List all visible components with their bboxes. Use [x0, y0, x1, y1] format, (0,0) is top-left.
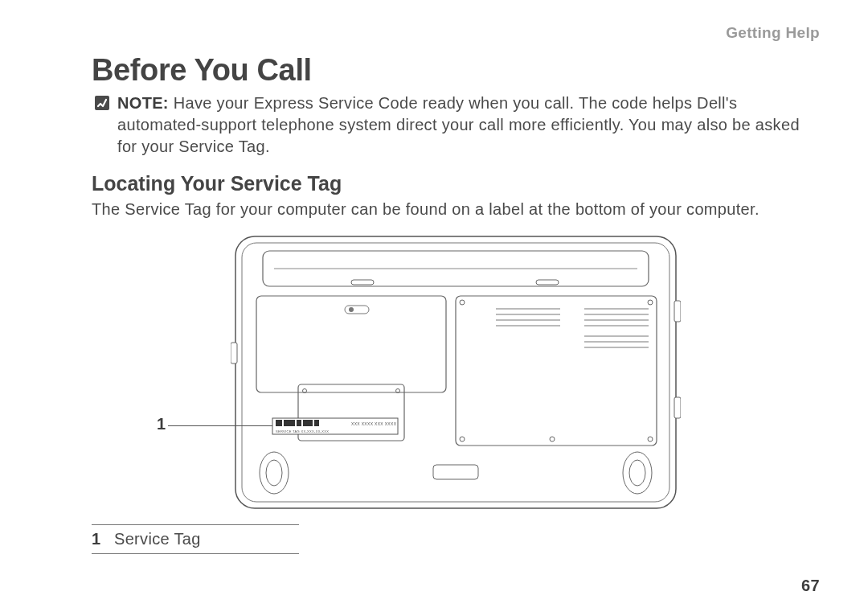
note-body: Have your Express Service Code ready whe…	[117, 94, 800, 155]
subsection-title: Locating Your Service Tag	[92, 172, 820, 195]
note-label: NOTE:	[117, 94, 169, 112]
svg-rect-43	[674, 301, 681, 322]
figure-legend: 1 Service Tag	[92, 524, 299, 554]
section-title: Before You Call	[92, 53, 820, 88]
svg-rect-34	[314, 420, 319, 426]
callout-1-line	[168, 425, 272, 426]
svg-rect-32	[297, 420, 301, 426]
svg-rect-30	[276, 420, 282, 426]
laptop-bottom-figure: 1	[231, 232, 681, 513]
svg-point-8	[349, 307, 354, 312]
service-tag-label-icon: XXX XXXX XXX XXXX SERVICE TAG XX-XXX-XX-…	[272, 418, 398, 434]
svg-rect-31	[284, 420, 295, 426]
laptop-bottom-svg: XXX XXXX XXX XXXX SERVICE TAG XX-XXX-XX-…	[231, 232, 681, 513]
svg-rect-44	[674, 397, 681, 418]
callout-1-number: 1	[157, 415, 166, 433]
note-text: NOTE: Have your Express Service Code rea…	[117, 92, 820, 158]
running-header: Getting Help	[726, 24, 820, 42]
legend-num-1: 1	[92, 530, 106, 548]
manual-page: Getting Help Before You Call NOTE: Have …	[0, 0, 868, 616]
svg-text:XXX XXXX XXX XXXX: XXX XXXX XXX XXXX	[351, 421, 397, 426]
svg-rect-42	[231, 343, 237, 363]
note-icon	[95, 96, 109, 110]
svg-rect-33	[303, 420, 313, 426]
note-block: NOTE: Have your Express Service Code rea…	[95, 92, 820, 158]
legend-row: 1 Service Tag	[92, 530, 299, 548]
legend-text-1: Service Tag	[114, 530, 201, 548]
svg-text:SERVICE TAG    XX-XXX-XX-XXX: SERVICE TAG XX-XXX-XX-XXX	[276, 429, 329, 433]
page-number: 67	[801, 577, 820, 595]
body-paragraph: The Service Tag for your computer can be…	[92, 199, 820, 220]
